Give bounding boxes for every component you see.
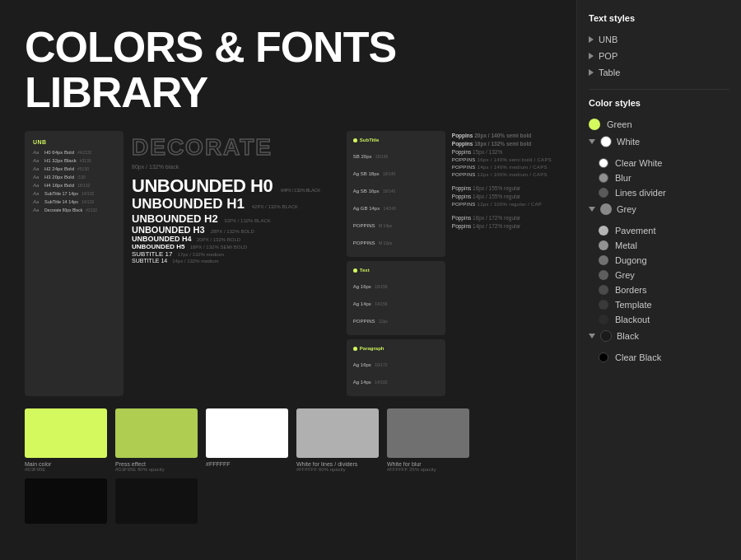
pavement-label: Pavement	[615, 226, 656, 236]
sidebar-item-pop-label: POP	[599, 51, 618, 61]
sidebar: Text styles UNB POP Table Color styles G…	[576, 0, 741, 560]
fl-name: SubTitle 17 14px	[44, 191, 78, 196]
clear-white-label: Clear White	[615, 158, 662, 168]
sidebar-color-metal[interactable]: Metal	[597, 238, 729, 253]
sidebar-color-blur[interactable]: Blur	[597, 170, 729, 185]
dugong-dot	[599, 255, 608, 265]
sidebar-color-lines-divider[interactable]: Lines divider	[597, 185, 729, 200]
sidebar-group-black[interactable]: Black	[589, 327, 729, 345]
clear-black-label: Clear Black	[615, 352, 661, 362]
template-label: Template	[615, 300, 652, 310]
sidebar-color-grey[interactable]: Grey	[597, 268, 729, 282]
font-preview-area: UNB Aa H0 64px Bold #A2132 Aa H1 32px Bl…	[25, 131, 552, 396]
font-list-label: UNB	[33, 139, 115, 145]
list-item: Aa H3 20px Bold /130	[33, 175, 115, 180]
pp-text-label: Text	[353, 268, 439, 273]
font-list-panel: UNB Aa H0 64px Bold #A2132 Aa H1 32px Bl…	[25, 131, 124, 396]
poppins-paragraph-panel: Paragraph Ag 16px 16/172 Ag 14px 14/192	[347, 339, 445, 396]
fl-icon: Aa	[33, 166, 41, 171]
type-showcase: DECORATE 80px / 132% black UNBOUNDED H0 …	[132, 131, 338, 396]
list-item: Aa H1 32px Black #3130	[33, 158, 115, 163]
sidebar-color-borders[interactable]: Borders	[597, 282, 729, 297]
sub14-text: SUBTITLE 14 14px / 132% medium	[132, 258, 338, 264]
poppins-subtitle-panel: SubTitle SB 20px 20/140 Ag SB 18px 18/14…	[347, 131, 445, 257]
color-swatches-black	[25, 478, 552, 527]
fl-val: 14/132	[82, 199, 94, 204]
blur-label: Blur	[615, 173, 631, 183]
sidebar-group-white[interactable]: White	[589, 133, 729, 151]
fl-val: #5130	[77, 166, 89, 171]
grey-color-dot	[600, 203, 612, 215]
swatch-white-dividers-box	[296, 408, 379, 458]
chevron-right-icon	[589, 53, 594, 59]
sidebar-item-unb[interactable]: UNB	[589, 31, 729, 48]
sidebar-color-blackout[interactable]: Blackout	[597, 312, 729, 327]
fl-icon: Aa	[33, 150, 41, 155]
grey-group-label: Grey	[617, 204, 636, 214]
chevron-down-icon	[589, 334, 595, 338]
sidebar-divider	[589, 89, 729, 90]
sub17-text: SUBTITLE 17 17px / 132% medium	[132, 250, 338, 258]
grey-sub-label: Grey	[615, 270, 635, 280]
sidebar-color-clear-white[interactable]: Clear White	[597, 156, 729, 170]
text-styles-title: Text styles	[589, 13, 729, 23]
chevron-right-icon	[589, 69, 594, 76]
swatch-white-name: #FFFFFF	[206, 461, 288, 467]
list-item: Aa SubTitle 14 14px 14/132	[33, 199, 115, 204]
sidebar-group-grey[interactable]: Grey	[589, 200, 729, 218]
swatch-green: Main color #D3F95E	[25, 408, 107, 472]
swatch-black2-box	[115, 478, 198, 524]
borders-label: Borders	[615, 285, 647, 295]
pavement-dot	[599, 226, 608, 236]
fl-icon: Aa	[33, 208, 41, 212]
swatch-white: #FFFFFF	[206, 408, 288, 472]
black-color-dot	[600, 330, 612, 342]
black-group-label: Black	[617, 331, 639, 341]
fl-val: #3130	[80, 158, 91, 163]
pp-subtitle-label: SubTitle	[353, 138, 439, 142]
color-styles-title: Color styles	[589, 98, 729, 108]
sidebar-color-pavement[interactable]: Pavement	[597, 223, 729, 238]
pp-paragraph-label: Paragraph	[353, 346, 439, 351]
swatch-black2	[115, 478, 198, 527]
sidebar-item-unb-label: UNB	[599, 35, 618, 44]
h4-text: UNBOUNDED H4 20px / 132% bold	[132, 235, 338, 243]
fl-name: H2 24px Bold	[44, 166, 74, 171]
h1-text: UNBOUNDED H1 42px / 132% black	[132, 196, 338, 212]
swatch-white-box	[206, 408, 288, 458]
fl-icon: Aa	[33, 199, 41, 204]
fl-val: 14/132	[82, 191, 94, 196]
fl-name: Decorate 80px Black	[44, 208, 82, 212]
swatch-white-blur-box	[387, 408, 469, 458]
list-item: Aa SubTitle 17 14px 14/132	[33, 191, 115, 196]
swatch-green-press-box	[115, 408, 198, 458]
chevron-down-icon	[589, 207, 595, 212]
lines-divider-label: Lines divider	[615, 188, 666, 198]
decorate-text: DECORATE	[132, 135, 338, 161]
sidebar-item-pop[interactable]: POP	[589, 48, 729, 64]
swatch-black1-box	[25, 478, 107, 524]
sidebar-color-dugong[interactable]: Dugong	[597, 253, 729, 268]
sidebar-item-table[interactable]: Table	[589, 64, 729, 81]
lines-divider-dot	[599, 188, 608, 198]
clear-black-dot	[599, 352, 608, 362]
chevron-down-icon	[589, 139, 595, 144]
black-sub-items: Clear Black	[597, 350, 729, 365]
blackout-dot	[599, 315, 608, 324]
sidebar-color-clear-black[interactable]: Clear Black	[597, 350, 729, 365]
fl-name: H4 16px Bold	[44, 183, 74, 188]
sidebar-color-green[interactable]: Green	[589, 116, 729, 133]
list-item: Aa H2 24px Bold #5130	[33, 166, 115, 171]
fl-icon: Aa	[33, 191, 41, 196]
poppins-text-panel: Text Ag 16px 16/156 Ag 14px 14/156 POPPI…	[347, 261, 445, 335]
decorate-meta: 80px / 132% black	[132, 164, 338, 170]
list-item: Aa H4 16px Bold 16/132	[33, 183, 115, 188]
swatch-white-blur-hex: #FFFFFF 25% opacity	[387, 467, 469, 472]
list-item: Aa Decorate 80px Black #2132	[33, 208, 115, 212]
fl-name: H0 64px Bold	[44, 150, 74, 155]
fl-val: #A2132	[77, 150, 91, 155]
swatch-white-blur-name: White for blur	[387, 461, 469, 467]
sidebar-color-template[interactable]: Template	[597, 297, 729, 312]
fl-icon: Aa	[33, 175, 41, 180]
main-content: COLORS & FONTS LIBRARY UNB Aa H0 64px Bo…	[0, 0, 576, 560]
